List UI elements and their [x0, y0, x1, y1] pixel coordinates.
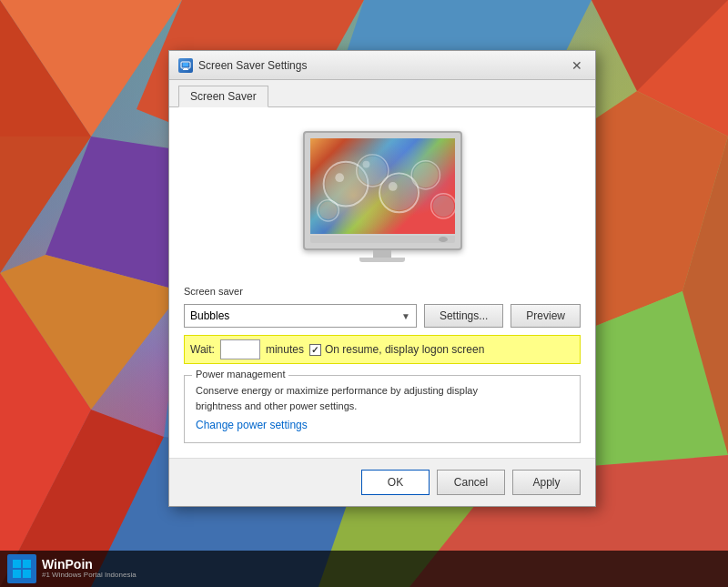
- dialog-icon: [178, 58, 193, 73]
- logo-icon: [7, 554, 36, 583]
- apply-button[interactable]: Apply: [512, 470, 581, 495]
- svg-point-35: [335, 173, 344, 182]
- monitor-outer: [303, 131, 462, 250]
- monitor-screen: [310, 138, 455, 234]
- screen-content: [310, 138, 455, 234]
- chevron-down-icon: ▼: [401, 311, 410, 321]
- logo-text-area: WinPoin #1 Windows Portal Indonesia: [42, 558, 136, 580]
- dialog-title: Screen Saver Settings: [198, 59, 307, 72]
- svg-point-37: [388, 182, 397, 191]
- svg-rect-39: [23, 560, 31, 568]
- cancel-button[interactable]: Cancel: [437, 470, 505, 495]
- logon-checkbox[interactable]: ✓: [309, 344, 321, 356]
- screen-saver-label: Screen saver: [184, 286, 581, 297]
- logo-sub-text: #1 Windows Portal Indonesia: [42, 571, 136, 580]
- svg-rect-20: [183, 63, 188, 66]
- svg-point-30: [413, 163, 438, 187]
- screen-saver-dropdown[interactable]: Bubbles ▼: [184, 304, 417, 328]
- screen-saver-dialog: Screen Saver Settings ✕ Screen Saver: [168, 50, 596, 507]
- monitor-preview-area: [184, 122, 581, 271]
- dialog-button-row: OK Cancel Apply: [169, 458, 595, 506]
- svg-rect-21: [184, 68, 187, 69]
- taskbar: WinPoin #1 Windows Portal Indonesia: [0, 551, 728, 587]
- svg-point-34: [432, 196, 453, 217]
- tab-screen-saver[interactable]: Screen Saver: [178, 86, 268, 107]
- svg-point-32: [318, 202, 337, 220]
- svg-rect-40: [13, 570, 21, 578]
- svg-point-26: [358, 157, 386, 185]
- preview-button[interactable]: Preview: [511, 304, 581, 328]
- monitor-bezel-bottom: [310, 236, 455, 243]
- change-power-settings-link[interactable]: Change power settings: [196, 419, 308, 431]
- power-description: Conserve energy or maximize performance …: [196, 383, 569, 413]
- svg-point-28: [381, 175, 417, 210]
- wait-label: Wait:: [190, 343, 215, 356]
- close-button[interactable]: ✕: [568, 56, 586, 75]
- svg-rect-22: [183, 69, 188, 70]
- svg-point-36: [362, 161, 369, 168]
- logon-checkbox-label: On resume, display logon screen: [325, 343, 484, 356]
- dropdown-value: Bubbles: [190, 309, 229, 322]
- power-management-group: Power management Conserve energy or maxi…: [184, 375, 581, 443]
- monitor-foot: [359, 258, 405, 262]
- tab-bar: Screen Saver: [169, 80, 595, 107]
- power-management-label: Power management: [192, 369, 288, 380]
- svg-rect-38: [13, 560, 21, 568]
- wait-value-input[interactable]: [221, 340, 260, 359]
- monitor-container: [303, 131, 462, 262]
- minutes-label: minutes: [266, 343, 304, 356]
- wait-spinner[interactable]: ▲ ▼: [220, 339, 260, 359]
- wait-row: Wait: ▲ ▼ minutes ✓ On resume, display l…: [184, 335, 581, 364]
- ok-button[interactable]: OK: [361, 470, 430, 495]
- svg-rect-41: [23, 570, 31, 578]
- title-bar: Screen Saver Settings ✕: [169, 51, 595, 80]
- winpoin-logo: WinPoin #1 Windows Portal Indonesia: [7, 554, 136, 583]
- logon-checkbox-area: ✓ On resume, display logon screen: [309, 343, 484, 356]
- logo-main-text: WinPoin: [42, 558, 136, 571]
- dialog-content: Screen saver Bubbles ▼ Settings... Previ…: [169, 107, 595, 458]
- monitor-stand: [373, 250, 391, 258]
- title-bar-left: Screen Saver Settings: [178, 58, 307, 73]
- screen-saver-controls-row: Bubbles ▼ Settings... Preview: [184, 304, 581, 328]
- checkbox-check-icon: ✓: [311, 345, 318, 355]
- settings-button[interactable]: Settings...: [424, 304, 503, 328]
